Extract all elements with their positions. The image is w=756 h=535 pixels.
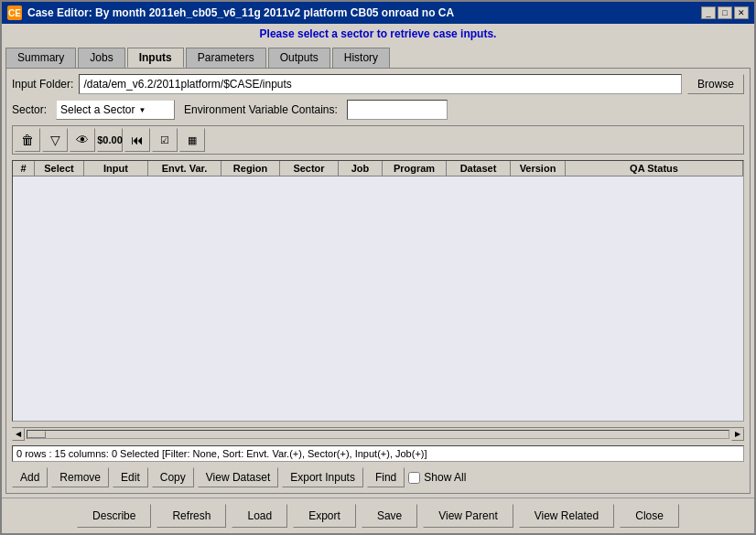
export-button[interactable]: Export <box>293 504 356 528</box>
col-qa-status: QA Status <box>566 161 743 176</box>
eye-icon: 👁 <box>76 133 89 147</box>
delete-tool-button[interactable]: 🗑 <box>15 128 40 152</box>
edit-button[interactable]: Edit <box>113 467 148 487</box>
describe-button[interactable]: Describe <box>77 504 151 528</box>
close-button[interactable]: Close <box>620 504 679 528</box>
main-window: CE Case Editor: By month 2011eh_cb05_v6_… <box>0 0 756 535</box>
col-dataset: Dataset <box>447 161 511 176</box>
scroll-right-button[interactable]: ▶ <box>731 428 744 441</box>
title-bar: CE Case Editor: By month 2011eh_cb05_v6_… <box>2 2 754 24</box>
sector-dropdown[interactable]: Select a Sector ▼ <box>56 100 175 120</box>
window-title: Case Editor: By month 2011eh_cb05_v6_11g… <box>27 6 454 19</box>
load-button[interactable]: Load <box>232 504 287 528</box>
alert-bar: Please select a sector to retrieve case … <box>2 24 754 44</box>
tab-jobs[interactable]: Jobs <box>78 48 124 68</box>
scrollbar-track[interactable] <box>27 430 729 439</box>
back-tool-button[interactable]: ⏮ <box>124 128 150 152</box>
filter-icon: ▽ <box>50 133 60 147</box>
value-tool-button[interactable]: $0.00 <box>97 128 123 152</box>
tab-summary[interactable]: Summary <box>5 48 76 68</box>
show-all-label: Show All <box>424 471 466 484</box>
save-button[interactable]: Save <box>362 504 417 528</box>
sector-value: Select a Sector <box>60 103 135 116</box>
tab-outputs[interactable]: Outputs <box>268 48 330 68</box>
view-parent-button[interactable]: View Parent <box>423 504 513 528</box>
col-region: Region <box>221 161 280 176</box>
env-var-field[interactable] <box>347 100 448 120</box>
tab-inputs[interactable]: Inputs <box>127 48 184 68</box>
col-input: Input <box>84 161 148 176</box>
app-icon: CE <box>7 5 22 20</box>
horizontal-scrollbar: ◀ ▶ <box>12 427 744 440</box>
action-row: Add Remove Edit Copy View Dataset Export… <box>12 467 744 487</box>
filter-tool-button[interactable]: ▽ <box>42 128 68 152</box>
title-bar-left: CE Case Editor: By month 2011eh_cb05_v6_… <box>7 5 454 20</box>
add-button[interactable]: Add <box>12 467 48 487</box>
status-text: 0 rows : 15 columns: 0 Selected [Filter:… <box>16 448 427 459</box>
remove-button[interactable]: Remove <box>51 467 109 487</box>
grid-body <box>13 177 743 421</box>
delete-icon: 🗑 <box>21 133 34 147</box>
export-inputs-button[interactable]: Export Inputs <box>282 467 363 487</box>
chevron-down-icon: ▼ <box>138 106 146 114</box>
check-tool-button[interactable]: ☑ <box>152 128 178 152</box>
browse-button[interactable]: Browse <box>687 74 744 94</box>
sector-row: Sector: Select a Sector ▼ Environment Va… <box>12 100 744 120</box>
tabs-row: Summary Jobs Inputs Parameters Outputs H… <box>2 44 754 68</box>
bottom-bar: Describe Refresh Load Export Save View P… <box>2 498 754 533</box>
grid-header: # Select Input Envt. Var. Region Sector … <box>13 161 743 177</box>
view-dataset-button[interactable]: View Dataset <box>198 467 278 487</box>
col-program: Program <box>383 161 447 176</box>
col-version: Version <box>511 161 566 176</box>
tab-history[interactable]: History <box>332 48 390 68</box>
dollar-icon: $0.00 <box>97 134 123 145</box>
tab-parameters[interactable]: Parameters <box>186 48 266 68</box>
maximize-button[interactable]: □ <box>718 6 732 19</box>
col-envt-var: Envt. Var. <box>148 161 221 176</box>
toolbar: 🗑 ▽ 👁 $0.00 ⏮ ☑ ▦ <box>12 125 744 155</box>
grid-icon: ▦ <box>188 134 197 146</box>
env-var-label: Environment Variable Contains: <box>184 103 338 116</box>
find-button[interactable]: Find <box>367 467 405 487</box>
close-button[interactable]: ✕ <box>734 6 749 19</box>
status-bar: 0 rows : 15 columns: 0 Selected [Filter:… <box>12 445 744 462</box>
copy-button[interactable]: Copy <box>152 467 194 487</box>
input-folder-field[interactable] <box>79 74 682 94</box>
col-sector: Sector <box>280 161 339 176</box>
minimize-button[interactable]: _ <box>701 6 716 19</box>
view-tool-button[interactable]: 👁 <box>70 128 95 152</box>
grid-tool-button[interactable]: ▦ <box>179 128 205 152</box>
scroll-left-button[interactable]: ◀ <box>12 428 25 441</box>
show-all-checkbox-item: Show All <box>408 471 466 484</box>
col-number: # <box>13 161 35 176</box>
check-icon: ☑ <box>160 134 169 146</box>
data-grid: # Select Input Envt. Var. Region Sector … <box>12 160 744 422</box>
scrollbar-thumb[interactable] <box>27 431 46 438</box>
view-related-button[interactable]: View Related <box>519 504 615 528</box>
col-job: Job <box>339 161 383 176</box>
back-icon: ⏮ <box>131 133 144 147</box>
input-folder-row: Input Folder: Browse <box>12 74 744 94</box>
show-all-checkbox[interactable] <box>408 472 420 484</box>
content-area: Input Folder: Browse Sector: Select a Se… <box>5 68 751 494</box>
alert-text: Please select a sector to retrieve case … <box>260 27 497 40</box>
input-folder-label: Input Folder: <box>12 78 73 91</box>
refresh-button[interactable]: Refresh <box>157 504 226 528</box>
col-select: Select <box>35 161 84 176</box>
window-controls: _ □ ✕ <box>701 6 749 19</box>
sector-label: Sector: <box>12 103 47 116</box>
app-icon-label: CE <box>8 8 21 18</box>
